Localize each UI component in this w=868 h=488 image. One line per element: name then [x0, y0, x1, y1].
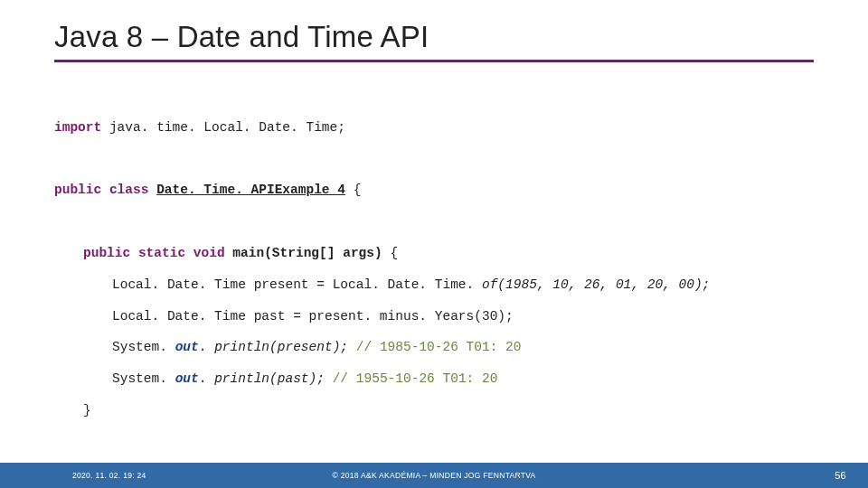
comment: // 1955-10-26 T01: 20: [325, 371, 497, 386]
keyword: import: [54, 120, 101, 135]
code-line: public class Date. Time. APIExample 4 {: [54, 183, 361, 197]
code-text: System.: [112, 371, 175, 386]
keyword: void: [193, 246, 225, 260]
field: out: [175, 371, 199, 386]
code-line: System. out. println(present); // 1985-1…: [54, 332, 522, 363]
code-text: Local. Date. Time present = Local. Date.…: [112, 277, 482, 292]
keyword: static: [138, 246, 185, 260]
code-call: println(past);: [214, 371, 325, 386]
keyword: class: [109, 183, 149, 197]
comment: // 1985-10-26 T01: 20: [348, 340, 521, 354]
code-line: import java. time. Local. Date. Time;: [54, 120, 345, 135]
slide: Java 8 – Date and Time API import java. …: [0, 0, 868, 488]
code-line: Local. Date. Time past = present. minus.…: [54, 301, 514, 333]
code-text: .: [199, 340, 214, 354]
code-text: .: [199, 371, 214, 386]
code-line: System. out. println(past); // 1955-10-2…: [54, 363, 497, 395]
code-text: Local. Date. Time past = present. minus.…: [112, 309, 514, 324]
code-text: {: [382, 246, 398, 260]
code-block: import java. time. Local. Date. Time; pu…: [54, 80, 814, 488]
code-line: Local. Date. Time present = Local. Date.…: [54, 269, 710, 301]
code-line: public static void main(String[] args) {: [54, 238, 398, 269]
code-text: java. time. Local. Date. Time;: [101, 120, 345, 135]
code-call: of(1985, 10, 26, 01, 20, 00);: [482, 277, 710, 292]
footer-copyright: © 2018 A&K AKADÉMIA – MINDEN JOG FENNTAR…: [0, 471, 868, 480]
code-call: println(present);: [214, 340, 348, 354]
keyword: public: [54, 183, 101, 197]
slide-title: Java 8 – Date and Time API: [54, 20, 814, 54]
field: out: [175, 340, 199, 354]
code-text: System.: [112, 340, 175, 354]
method-sig: main(String[] args): [232, 246, 382, 260]
code-text: {: [345, 183, 361, 197]
class-name: Date. Time. APIExample 4: [156, 183, 345, 197]
code-text: }: [83, 403, 91, 418]
title-underline: [54, 60, 814, 62]
footer-bar: 2020. 11. 02. 19: 24 © 2018 A&K AKADÉMIA…: [0, 463, 868, 488]
code-line: }: [54, 395, 91, 427]
keyword: public: [83, 246, 130, 260]
